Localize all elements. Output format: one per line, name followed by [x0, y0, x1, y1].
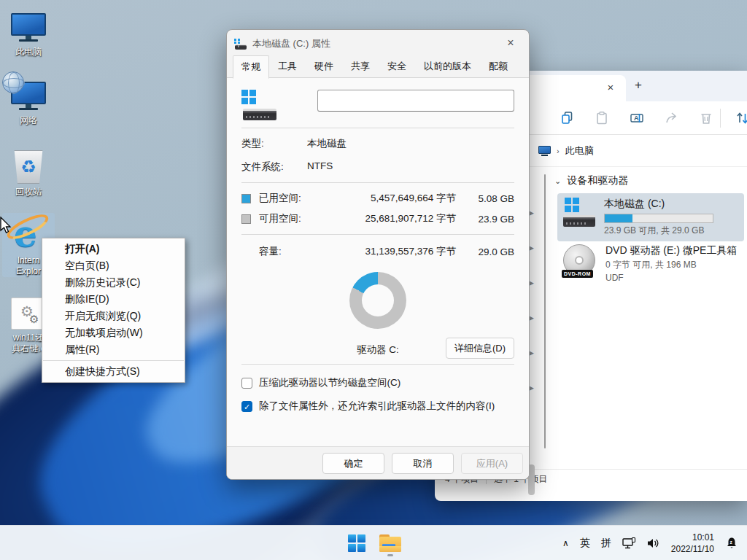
free-space-label: 可用空间: [259, 212, 332, 225]
menu-item-create-shortcut[interactable]: 创建快捷方式(S) [42, 363, 185, 380]
drive-item-dvd[interactable]: DVD-ROM DVD 驱动器 (E:) 微PE工具箱 0 字节 可用, 共 1… [557, 240, 743, 287]
dialog-checkbox[interactable]: ✓ [241, 401, 252, 412]
menu-separator [43, 360, 184, 361]
compress-checkbox-row[interactable]: 压缩此驱动器以节约磁盘空间(C) [227, 372, 529, 394]
clock-date: 2022/11/10 [671, 543, 714, 555]
used-space-swatch [241, 194, 251, 203]
taskbar-file-explorer-button[interactable] [376, 529, 405, 558]
ie-context-menu: 打开(A) 空白页(B) 删除历史记录(C) 删除IE(D) 开启无痕浏览(Q)… [42, 238, 185, 383]
dvd-drive-icon: DVD-ROM [563, 244, 597, 278]
network-icon [11, 82, 46, 112]
free-space-bytes: 25,681,907,712 字节 [332, 212, 466, 225]
network-icon[interactable] [622, 537, 636, 550]
drive-filesystem: UDF [605, 273, 737, 283]
recycle-bin-icon: ♻ [12, 150, 44, 184]
apply-button[interactable]: 应用(A) [461, 453, 523, 474]
taskbar: ∧ 英 拼 10:01 2022/11/10 z [0, 525, 747, 560]
ime-language-button[interactable]: 英 [580, 537, 590, 550]
tab-quota[interactable]: 配额 [480, 55, 516, 78]
menu-item-delete-history[interactable]: 删除历史记录(C) [42, 274, 185, 291]
volume-icon[interactable] [647, 537, 660, 549]
collapse-chevron-icon[interactable]: ⌄ [554, 176, 561, 185]
clock-time: 10:01 [671, 532, 714, 543]
group-header-devices[interactable]: ⌄设备和驱动器 [554, 174, 628, 187]
new-tab-button[interactable]: + [630, 78, 646, 94]
tree-expand-icon[interactable]: ▶ [529, 349, 534, 357]
tree-expand-icon[interactable]: ▶ [529, 244, 534, 252]
start-button[interactable] [342, 529, 371, 558]
rename-icon[interactable]: A [630, 111, 644, 125]
index-checkbox-row[interactable]: ✓ 除了文件属性外，还允许索引此驱动器上文件的内容(I) [227, 395, 529, 417]
drive-item-c[interactable]: 本地磁盘 (C:) 23.9 GB 可用, 共 29.0 GB [557, 193, 744, 241]
tab-sharing[interactable]: 共享 [342, 55, 379, 78]
folder-icon [379, 534, 401, 552]
drive-name: DVD 驱动器 (E:) 微PE工具箱 [605, 244, 737, 257]
system-tray: ∧ 英 拼 10:01 2022/11/10 z [562, 526, 747, 560]
tab-security[interactable]: 安全 [379, 55, 415, 78]
local-disk-icon [563, 198, 595, 227]
menu-item-inprivate[interactable]: 开启无痕浏览(Q) [42, 308, 185, 324]
copy-icon[interactable] [560, 111, 575, 125]
desktop-icon-this-pc[interactable]: 此电脑 [2, 7, 55, 58]
menu-item-blank-page[interactable]: 空白页(B) [42, 257, 185, 274]
filesystem-label: 文件系统: [241, 160, 307, 174]
explorer-tab[interactable]: × [516, 75, 626, 101]
tray-overflow-chevron-icon[interactable]: ∧ [562, 538, 569, 548]
tab-general[interactable]: 常规 [233, 55, 269, 79]
desktop-icon-network[interactable]: 网络 [2, 76, 55, 126]
details-button[interactable]: 详细信息(D) [446, 338, 514, 359]
tray-clock[interactable]: 10:01 2022/11/10 [671, 532, 714, 555]
tree-expand-icon[interactable]: ▶ [529, 384, 534, 392]
type-label: 类型: [241, 137, 307, 150]
tab-previous-versions[interactable]: 以前的版本 [415, 55, 480, 78]
tree-expand-icon[interactable]: ▶ [529, 209, 534, 217]
reg-file-icon: ⚙⚙ [11, 298, 46, 330]
windows-logo-icon [348, 534, 365, 552]
menu-item-no-addons[interactable]: 无加载项启动(W) [42, 324, 185, 341]
this-pc-icon [538, 146, 551, 156]
used-space-bytes: 5,457,649,664 字节 [332, 192, 466, 205]
this-pc-icon [11, 13, 46, 44]
ime-mode-button[interactable]: 拼 [601, 537, 611, 550]
checkbox-label: 压缩此驱动器以节约磁盘空间(C) [259, 376, 400, 389]
dialog-checkbox[interactable] [241, 378, 252, 389]
sort-icon[interactable] [735, 111, 747, 125]
nav-pane-scrollbar[interactable] [544, 174, 546, 448]
desktop-icon-recycle-bin[interactable]: ♻ 回收站 [2, 147, 55, 198]
running-indicator [387, 554, 393, 556]
delete-icon[interactable] [699, 111, 713, 125]
divider [241, 364, 514, 365]
dialog-footer: 确定 取消 应用(A) [227, 446, 529, 480]
volume-label-input[interactable] [317, 90, 514, 112]
tab-close-icon[interactable]: × [604, 81, 617, 94]
used-space-label: 已用空间: [259, 192, 332, 205]
drive-name: 本地磁盘 (C:) [604, 198, 713, 211]
properties-dialog: 本地磁盘 (C:) 属性 × 常规 工具 硬件 共享 安全 以前的版本 配额 类… [226, 29, 530, 480]
used-space-size: 5.08 GB [466, 193, 514, 204]
share-icon[interactable] [664, 111, 678, 125]
paste-icon[interactable] [595, 111, 609, 125]
cancel-button[interactable]: 取消 [392, 453, 454, 474]
tab-hardware[interactable]: 硬件 [306, 55, 342, 78]
dialog-close-icon[interactable]: × [500, 34, 522, 53]
breadcrumb-chevron-icon: › [557, 147, 560, 155]
menu-item-open[interactable]: 打开(A) [42, 241, 185, 257]
dialog-title: 本地磁盘 (C:) 属性 [252, 37, 330, 50]
checkbox-label: 除了文件属性外，还允许索引此驱动器上文件的内容(I) [259, 400, 495, 413]
drive-mini-icon [234, 39, 247, 50]
ok-button[interactable]: 确定 [322, 453, 384, 474]
dvd-rom-badge: DVD-ROM [562, 270, 593, 278]
tab-tools[interactable]: 工具 [269, 55, 306, 78]
menu-item-properties[interactable]: 属性(R) [42, 341, 185, 358]
tree-expand-icon[interactable]: ▶ [529, 279, 534, 287]
dialog-title-bar[interactable]: 本地磁盘 (C:) 属性 × [227, 30, 529, 58]
menu-item-delete-ie[interactable]: 删除IE(D) [42, 291, 185, 308]
drive-usage-fill [605, 214, 632, 222]
drive-caption: 23.9 GB 可用, 共 29.0 GB [604, 225, 713, 237]
free-space-size: 23.9 GB [466, 214, 514, 225]
tree-expand-icon[interactable]: ▶ [529, 314, 534, 322]
notification-bell-icon[interactable]: z [725, 537, 738, 550]
svg-text:A: A [634, 114, 639, 122]
breadcrumb[interactable]: 此电脑 [565, 144, 594, 158]
type-value: 本地磁盘 [307, 137, 347, 150]
